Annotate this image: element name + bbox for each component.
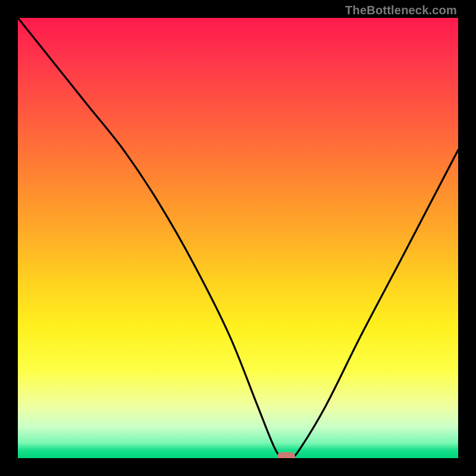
bottleneck-curve-path [18, 18, 458, 458]
chart-frame: TheBottleneck.com [0, 0, 476, 476]
plot-area [18, 18, 458, 458]
watermark-text: TheBottleneck.com [345, 4, 457, 17]
optimal-marker [277, 452, 295, 458]
curve-svg [18, 18, 458, 458]
